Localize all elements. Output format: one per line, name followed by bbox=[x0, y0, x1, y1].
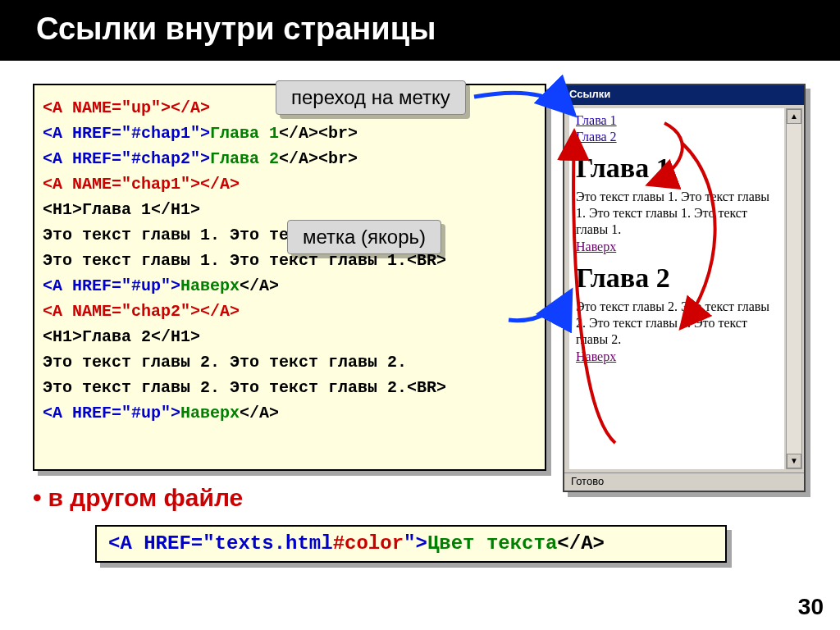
browser-status-text: Готово bbox=[571, 475, 604, 487]
preview-link-up-1[interactable]: Наверх bbox=[576, 240, 778, 254]
code-line: </A><br> bbox=[279, 124, 358, 143]
browser-titlebar: Ссылки bbox=[564, 85, 804, 105]
preview-heading-1: Глава 1 bbox=[576, 153, 778, 184]
preview-heading-2: Глава 2 bbox=[576, 262, 778, 294]
bullet-other-file: •в другом файле bbox=[33, 484, 243, 512]
callout-label: метка (якорь) bbox=[303, 226, 426, 248]
code-line: Это текст главы 2. Это текст главы 2. bbox=[43, 378, 407, 397]
bullet-text: в другом файле bbox=[48, 484, 244, 511]
callout-anchor: метка (якорь) bbox=[287, 220, 441, 254]
code-line: Наверх bbox=[180, 404, 240, 422]
slide-title: Ссылки внутри страницы bbox=[36, 11, 436, 46]
browser-title: Ссылки bbox=[569, 88, 610, 100]
preview-text-2: Это текст главы 2. Это текст главы 2. Эт… bbox=[576, 299, 778, 348]
code-line: <A NAME="chap2"></A> bbox=[43, 302, 240, 321]
code-line: Глава 2 bbox=[82, 327, 151, 346]
code-line: </H1> bbox=[151, 200, 200, 219]
slide-title-bar: Ссылки внутри страницы bbox=[0, 0, 840, 61]
browser-viewport: Глава 1 Глава 2 Глава 1 Это текст главы … bbox=[569, 108, 784, 469]
preview-text-1: Это текст главы 1. Это текст главы 1. Эт… bbox=[576, 189, 778, 238]
code-line: </H1> bbox=[151, 327, 200, 346]
scroll-down-icon[interactable]: ▼ bbox=[787, 454, 801, 468]
code-line: <H1> bbox=[43, 327, 82, 346]
code-seg: <A HREF="texts.html bbox=[108, 532, 333, 555]
bullet-dot-icon: • bbox=[33, 484, 48, 511]
code-line: </A> bbox=[240, 276, 279, 295]
browser-preview: Ссылки Глава 1 Глава 2 Глава 1 Это текст… bbox=[563, 84, 806, 492]
code-panel-external: <A HREF="texts.html#color">Цвет текста</… bbox=[95, 525, 727, 563]
browser-status-bar: Готово bbox=[564, 472, 804, 491]
code-line: </A> bbox=[240, 404, 279, 422]
scroll-up-icon[interactable]: ▲ bbox=[787, 109, 801, 124]
code-line: <A HREF="#chap2"> bbox=[43, 149, 210, 168]
code-seg: Цвет текста bbox=[427, 532, 557, 555]
code-panel-main: <A NAME="up"></A> <A HREF="#chap1">Глава… bbox=[33, 84, 546, 471]
code-line: Это текст главы 2. Это текст главы 2. bbox=[43, 353, 407, 372]
page-number: 30 bbox=[798, 594, 824, 620]
code-line: <A HREF="#chap1"> bbox=[43, 124, 210, 143]
code-line: <A NAME="chap1"></A> bbox=[43, 175, 240, 194]
code-line: </A><br> bbox=[279, 149, 358, 168]
code-line: Глава 1 bbox=[82, 200, 151, 219]
code-line: Глава 1 bbox=[210, 124, 279, 143]
code-line: <BR> bbox=[407, 378, 446, 397]
preview-link-chapter1[interactable]: Глава 1 bbox=[576, 113, 778, 128]
callout-jump-to-anchor: переход на метку bbox=[276, 80, 466, 115]
code-seg: "> bbox=[404, 532, 427, 555]
preview-link-chapter2[interactable]: Глава 2 bbox=[576, 130, 778, 144]
code-line: Глава 2 bbox=[210, 149, 279, 168]
code-line: <A NAME="up"></A> bbox=[43, 98, 210, 117]
code-line: Наверх bbox=[180, 276, 240, 295]
code-seg: #color bbox=[333, 532, 404, 555]
code-seg: </A> bbox=[557, 532, 605, 555]
slide: Ссылки внутри страницы <A NAME="up"></A>… bbox=[0, 0, 840, 630]
preview-link-up-2[interactable]: Наверх bbox=[576, 349, 778, 364]
browser-scrollbar[interactable]: ▲ ▼ bbox=[786, 108, 802, 469]
code-line: <A HREF="#up"> bbox=[43, 276, 180, 295]
callout-label: переход на метку bbox=[291, 86, 450, 108]
code-line: <H1> bbox=[43, 200, 82, 219]
code-line: <A HREF="#up"> bbox=[43, 404, 180, 422]
